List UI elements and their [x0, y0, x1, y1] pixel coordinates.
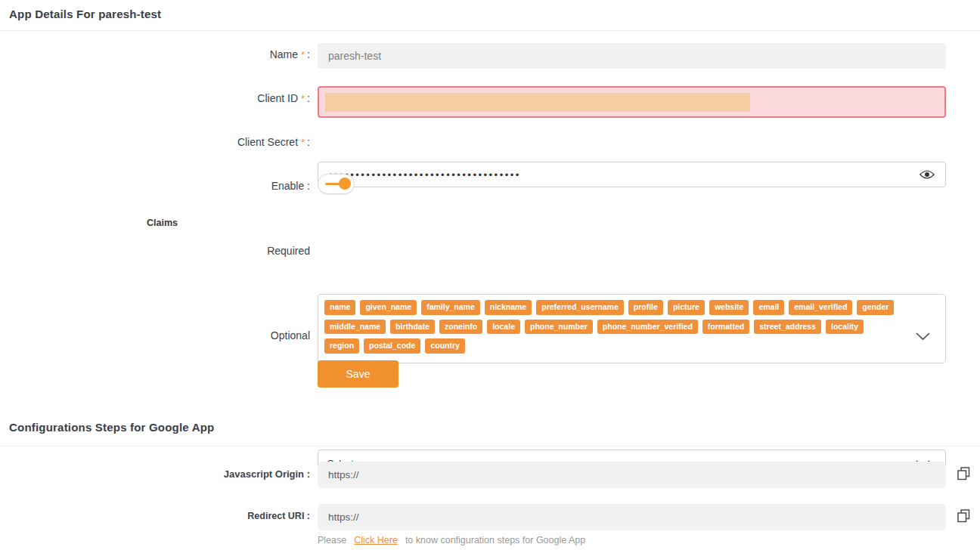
claim-tag[interactable]: country: [425, 338, 465, 354]
enable-toggle[interactable]: [318, 174, 355, 194]
claim-tag[interactable]: website: [709, 300, 749, 315]
claim-tag[interactable]: nickname: [485, 300, 532, 315]
app-details-page: App Details For paresh-test Name*: pares…: [0, 0, 980, 550]
claim-tag[interactable]: phone_number_verified: [597, 320, 698, 335]
copy-icon[interactable]: [957, 467, 971, 481]
claim-tag[interactable]: region: [324, 338, 359, 354]
required-asterisk: *: [301, 93, 305, 104]
divider: [0, 446, 980, 446]
show-secret-eye-icon[interactable]: [920, 170, 935, 180]
claim-tag[interactable]: zoneinfo: [439, 320, 482, 335]
name-label-text: Name: [270, 48, 298, 60]
client-secret-input[interactable]: ••••••••••••••••••••••••••••••••••••: [318, 162, 946, 187]
claim-tag[interactable]: picture: [668, 300, 705, 315]
claim-tag[interactable]: street_address: [754, 320, 821, 335]
claim-tag[interactable]: locale: [487, 320, 520, 335]
client-id-label: Client ID*:: [106, 92, 310, 104]
optional-claims-label: Optional: [106, 329, 310, 341]
label-colon: :: [307, 92, 310, 104]
claim-tag[interactable]: preferred_username: [536, 300, 624, 315]
claim-tag[interactable]: email: [753, 300, 784, 315]
copy-icon[interactable]: [957, 509, 971, 524]
claim-tag[interactable]: middle_name: [324, 320, 386, 335]
claim-tag[interactable]: given_name: [360, 300, 417, 315]
javascript-origin-input[interactable]: https://: [318, 462, 946, 488]
claim-tag[interactable]: email_verified: [789, 300, 852, 315]
required-claims-label: Required: [106, 245, 310, 257]
claim-tag[interactable]: name: [324, 300, 355, 315]
config-steps-title: Configurations Steps for Google App: [9, 421, 214, 434]
save-button[interactable]: Save: [318, 360, 399, 388]
required-asterisk: *: [301, 49, 305, 60]
chevron-down-icon[interactable]: [916, 332, 930, 341]
toggle-knob: [339, 178, 351, 190]
claim-tag[interactable]: family_name: [421, 300, 480, 315]
config-help-note: PleaseClick Hereto know configuration st…: [318, 535, 585, 545]
client-secret-label: Client Secret*:: [106, 136, 310, 148]
claim-tag[interactable]: postal_code: [364, 338, 420, 354]
redirect-uri-input[interactable]: https://: [318, 504, 946, 530]
note-suffix: to know configuration steps for Google A…: [405, 535, 585, 545]
required-claims-taglist: namegiven_namefamily_namenicknamepreferr…: [318, 295, 945, 363]
claims-section-label: Claims: [121, 218, 178, 228]
claim-tag[interactable]: gender: [857, 300, 894, 315]
label-colon: :: [307, 48, 310, 60]
client-id-input[interactable]: [318, 86, 946, 118]
click-here-link[interactable]: Click Here: [354, 535, 398, 545]
page-title: App Details For paresh-test: [9, 8, 161, 20]
label-colon: :: [307, 180, 310, 192]
client-secret-label-text: Client Secret: [237, 136, 298, 148]
required-claims-multiselect[interactable]: namegiven_namefamily_namenicknamepreferr…: [318, 294, 946, 363]
client-secret-masked-value: ••••••••••••••••••••••••••••••••••••: [329, 169, 521, 181]
client-id-redacted-highlight: [325, 93, 750, 112]
enable-label: Enable :: [106, 180, 310, 192]
enable-label-text: Enable: [271, 180, 305, 192]
required-asterisk: *: [301, 137, 305, 148]
redirect-uri-label: Redirect URI :: [106, 511, 310, 521]
label-colon: :: [307, 136, 310, 148]
javascript-origin-label: Javascript Origin :: [106, 468, 310, 480]
note-prefix: Please: [318, 535, 346, 545]
claim-tag[interactable]: formatted: [702, 320, 749, 335]
divider: [0, 30, 980, 31]
claim-tag[interactable]: phone_number: [525, 320, 593, 335]
claim-tag[interactable]: locality: [826, 320, 864, 335]
client-id-label-text: Client ID: [257, 92, 298, 104]
name-label: Name*:: [106, 48, 310, 60]
claim-tag[interactable]: profile: [628, 300, 663, 315]
name-input[interactable]: paresh-test: [318, 43, 946, 69]
claim-tag[interactable]: birthdate: [390, 320, 435, 335]
